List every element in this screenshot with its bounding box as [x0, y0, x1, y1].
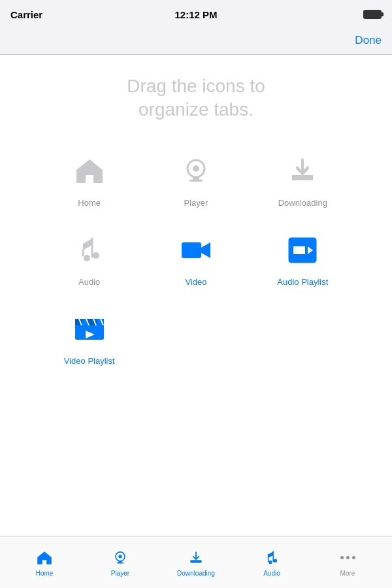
video-playlist-label: Video Playlist	[64, 356, 115, 366]
audio-playlist-label: Audio Playlist	[277, 277, 328, 287]
tab-more[interactable]: More	[310, 548, 385, 577]
svg-rect-22	[118, 561, 122, 563]
svg-rect-2	[189, 180, 203, 182]
icon-video[interactable]: Video	[146, 227, 246, 287]
player-icon-wrapper	[173, 148, 219, 194]
dot-2	[346, 556, 350, 559]
svg-point-24	[118, 555, 122, 558]
svg-rect-4	[292, 175, 313, 180]
carrier-info: Carrier	[10, 9, 46, 20]
tab-audio-icon-wrap	[262, 548, 282, 568]
video-playlist-icon-wrapper	[67, 306, 112, 352]
tab-audio[interactable]: Audio	[234, 548, 310, 577]
video-label: Video	[185, 277, 206, 287]
tab-home-icon	[35, 549, 54, 567]
icon-grid: Home Player	[39, 148, 353, 366]
carrier-label: Carrier	[10, 9, 42, 20]
icon-home[interactable]: Home	[39, 148, 139, 208]
tab-downloading-icon-wrap	[186, 548, 206, 568]
downloading-icon	[286, 154, 319, 188]
tab-downloading-label: Downloading	[177, 570, 215, 577]
battery-indicator	[363, 10, 382, 19]
player-icon	[179, 154, 213, 188]
audio-icon	[73, 233, 106, 267]
tab-downloading[interactable]: Downloading	[158, 548, 234, 577]
icon-video-playlist[interactable]: Video Playlist	[39, 306, 139, 366]
status-bar: Carrier 12:12 PM	[0, 0, 392, 26]
downloading-label: Downloading	[278, 198, 327, 208]
video-icon-wrapper	[173, 227, 219, 273]
icon-downloading[interactable]: Downloading	[253, 148, 353, 208]
tab-player[interactable]: Player	[82, 548, 158, 577]
video-icon	[179, 233, 213, 267]
tab-downloading-icon	[187, 549, 205, 567]
tab-player-label: Player	[111, 570, 129, 577]
audio-label: Audio	[78, 277, 100, 287]
svg-point-5	[84, 255, 90, 261]
svg-rect-25	[190, 560, 201, 563]
audio-playlist-icon	[286, 233, 319, 267]
audio-playlist-icon-wrapper	[280, 227, 325, 273]
instruction-text: Drag the icons toorganize tabs.	[127, 74, 265, 122]
player-label: Player	[184, 198, 208, 208]
tab-player-icon-wrap	[110, 548, 130, 568]
svg-rect-7	[182, 242, 201, 258]
audio-icon-wrapper	[67, 227, 112, 273]
svg-point-26	[269, 560, 272, 563]
main-content: Drag the icons toorganize tabs. Home	[0, 55, 392, 536]
tab-player-icon	[111, 549, 129, 567]
dot-3	[352, 556, 355, 559]
tab-more-label: More	[340, 570, 355, 577]
svg-rect-1	[193, 176, 199, 180]
tab-more-icon-wrap	[338, 548, 357, 568]
downloading-icon-wrapper	[280, 148, 325, 194]
dot-1	[340, 556, 344, 559]
home-label: Home	[78, 198, 101, 208]
svg-point-27	[274, 559, 277, 562]
more-dots-icon	[338, 548, 357, 568]
tab-bar: Home Player Downloading	[0, 536, 392, 588]
svg-rect-10	[293, 246, 305, 254]
tab-home-icon-wrap	[35, 548, 54, 568]
video-playlist-icon	[73, 312, 106, 346]
icon-player[interactable]: Player	[146, 148, 246, 208]
battery-icon	[363, 10, 382, 19]
tab-home[interactable]: Home	[7, 548, 82, 577]
home-icon	[73, 154, 106, 188]
svg-rect-23	[117, 563, 124, 564]
tab-audio-label: Audio	[263, 570, 280, 577]
svg-point-6	[93, 252, 99, 259]
icon-audio-playlist[interactable]: Audio Playlist	[253, 227, 353, 287]
done-button[interactable]: Done	[355, 34, 382, 47]
time-display: 12:12 PM	[174, 9, 217, 20]
nav-bar: Done	[0, 26, 392, 55]
svg-point-3	[193, 165, 199, 172]
home-icon-wrapper	[67, 148, 112, 194]
tab-audio-icon	[263, 549, 281, 567]
icon-audio[interactable]: Audio	[39, 227, 139, 287]
tab-home-label: Home	[36, 570, 54, 577]
